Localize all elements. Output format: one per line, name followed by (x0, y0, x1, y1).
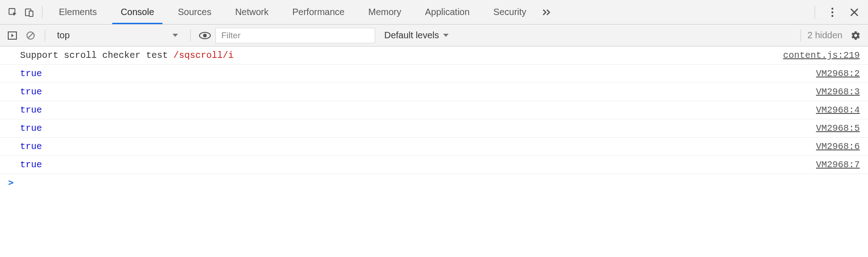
tab-network[interactable]: Network (223, 0, 280, 24)
context-label: top (57, 30, 70, 41)
devtools-tabbar: Elements Console Sources Network Perform… (0, 0, 868, 25)
divider (815, 6, 815, 19)
tab-sources[interactable]: Sources (166, 0, 223, 24)
log-message: true (20, 105, 42, 115)
inspect-element-icon[interactable] (5, 4, 21, 21)
device-toolbar-icon[interactable] (21, 4, 37, 21)
divider (45, 30, 45, 41)
log-message: Support scroll checker test /sqscroll/i (20, 50, 234, 61)
chevron-down-icon (443, 33, 449, 38)
svg-point-4 (831, 11, 833, 13)
console-log-row: true VM2968:3 (0, 83, 868, 101)
source-link[interactable]: VM2968:7 (816, 159, 860, 170)
log-levels-selector[interactable]: Default levels (378, 30, 455, 41)
close-devtools-icon[interactable] (845, 3, 863, 21)
divider (190, 30, 191, 41)
source-link[interactable]: VM2968:6 (816, 141, 860, 152)
log-message: true (20, 159, 42, 170)
tab-console[interactable]: Console (109, 0, 166, 24)
svg-point-3 (831, 7, 833, 9)
tab-application[interactable]: Application (413, 0, 481, 24)
console-log-row: true VM2968:7 (0, 156, 868, 174)
tab-security[interactable]: Security (481, 0, 538, 24)
source-link[interactable]: VM2968:3 (816, 87, 860, 97)
tab-performance[interactable]: Performance (281, 0, 357, 24)
clear-console-icon[interactable] (23, 28, 38, 43)
svg-point-9 (203, 34, 207, 37)
context-selector[interactable]: top (52, 30, 184, 41)
log-message: true (20, 123, 42, 134)
console-log-row: true VM2968:6 (0, 138, 868, 156)
live-expression-icon[interactable] (197, 28, 213, 43)
console-log-row: true VM2968:5 (0, 119, 868, 138)
console-settings-icon[interactable] (848, 28, 863, 43)
toggle-sidebar-icon[interactable] (5, 28, 20, 43)
log-message: true (20, 87, 42, 97)
tabs-container: Elements Console Sources Network Perform… (47, 0, 538, 24)
console-prompt[interactable]: > (0, 174, 868, 190)
svg-rect-2 (29, 11, 33, 16)
console-toolbar: top Default levels 2 hidden (0, 25, 868, 46)
console-log-row: Support scroll checker test /sqscroll/i … (0, 46, 868, 65)
console-output: Support scroll checker test /sqscroll/i … (0, 46, 868, 190)
prompt-caret-icon: > (8, 177, 14, 188)
tab-memory[interactable]: Memory (356, 0, 413, 24)
divider (42, 6, 42, 19)
levels-label: Default levels (384, 30, 439, 41)
console-log-row: true VM2968:4 (0, 101, 868, 119)
source-link[interactable]: VM2968:5 (816, 123, 860, 134)
console-log-row: true VM2968:2 (0, 65, 868, 83)
tab-elements[interactable]: Elements (47, 0, 109, 24)
tabbar-right-controls (810, 3, 863, 21)
log-message: true (20, 141, 42, 152)
log-message: true (20, 68, 42, 79)
kebab-menu-icon[interactable] (823, 3, 842, 21)
filter-input[interactable] (215, 28, 375, 43)
source-link[interactable]: content.js:219 (783, 50, 860, 61)
source-link[interactable]: VM2968:2 (816, 68, 860, 79)
hidden-messages-count[interactable]: 2 hidden (807, 30, 845, 41)
chevron-down-icon (172, 33, 178, 38)
svg-point-5 (831, 15, 833, 16)
more-tabs-icon[interactable] (538, 4, 554, 21)
divider (800, 30, 801, 41)
source-link[interactable]: VM2968:4 (816, 105, 860, 115)
